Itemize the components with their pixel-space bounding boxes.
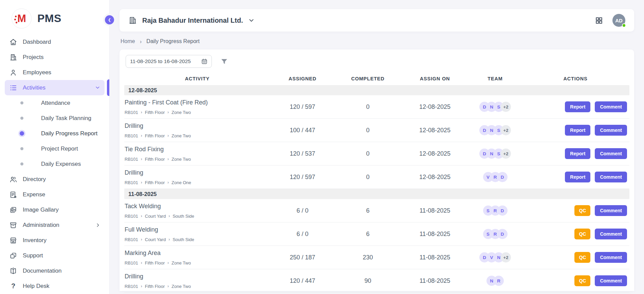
main-area: Raja Bahadur International Ltd. AD Home … — [110, 0, 644, 294]
assign-on-date: 11-08-2025 — [401, 231, 469, 238]
report-button[interactable]: Report — [565, 148, 590, 159]
team-avatar[interactable]: D — [497, 172, 508, 182]
activity-path: RB101›Court Yard›South Side — [125, 214, 270, 219]
sidebar-item-administration[interactable]: Administration — [5, 217, 105, 233]
table-body: 12-08-2025Painting - First Coat (Fire Re… — [124, 85, 629, 293]
qc-button[interactable]: QC — [574, 252, 590, 263]
sidebar-subitem-project-report[interactable]: Project Report — [5, 141, 105, 156]
chevron-right-icon: › — [168, 214, 170, 218]
qc-button[interactable]: QC — [574, 275, 590, 286]
user-avatar[interactable]: AD — [612, 14, 625, 27]
completed-value: 90 — [335, 277, 401, 285]
path-segment: Zone Two — [171, 284, 191, 289]
calendar-icon — [201, 58, 208, 65]
team-avatar[interactable]: D — [497, 205, 508, 216]
book-icon — [9, 267, 17, 275]
assign-on-date: 12-08-2025 — [401, 103, 469, 111]
chevron-right-icon: › — [167, 180, 169, 185]
path-segment: Court Yard — [145, 214, 166, 219]
breadcrumb-current: Daily Progress Report — [146, 38, 200, 44]
team-avatar[interactable]: +2 — [501, 252, 511, 262]
sidebar-subitem-daily-expenses[interactable]: Daily Expenses — [5, 156, 105, 172]
store-icon — [9, 236, 17, 244]
sidebar-subitem-daily-progress-report[interactable]: Daily Progress Report — [5, 126, 105, 141]
sidebar-subitem-label: Daily Task Planning — [41, 115, 91, 122]
sidebar-subitem-attendance[interactable]: Attendance — [5, 95, 105, 111]
activity-cell: DrillingRB101›Fifth Floor›Zone One — [124, 169, 270, 185]
activity-path: RB101›Court Yard›South Side — [125, 237, 270, 242]
sidebar-item-employees[interactable]: Employees — [5, 65, 105, 80]
report-button[interactable]: Report — [565, 125, 590, 136]
copy-icon — [9, 252, 17, 260]
team-avatars: DNS+2 — [469, 102, 521, 112]
sidebar-item-directory[interactable]: Directory — [5, 172, 105, 187]
sidebar-collapse-button[interactable]: ❮ — [103, 14, 116, 26]
sidebar-item-help-desk[interactable]: ?Help Desk — [5, 278, 105, 294]
assigned-value: 120 / 537 — [270, 150, 335, 157]
sidebar-item-dashboard[interactable]: Dashboard — [5, 34, 105, 50]
activity-title: Full Welding — [125, 226, 270, 233]
report-button[interactable]: Report — [565, 101, 590, 112]
comment-button[interactable]: Comment — [595, 229, 627, 239]
sidebar-item-expense[interactable]: Expense — [5, 187, 105, 202]
completed-value: 0 — [335, 150, 401, 157]
team-avatar[interactable]: R — [494, 276, 504, 286]
team-avatar[interactable]: +2 — [501, 102, 511, 112]
sidebar-item-label: Employees — [23, 69, 51, 76]
activity-title: Marking Area — [125, 250, 270, 257]
comment-button[interactable]: Comment — [595, 148, 627, 159]
path-segment: Zone Two — [171, 260, 191, 266]
row-actions: QCComment — [521, 275, 629, 286]
sidebar-subitem-daily-task-planning[interactable]: Daily Task Planning — [5, 111, 105, 126]
qc-button[interactable]: QC — [574, 229, 590, 239]
completed-value: 0 — [335, 174, 401, 181]
team-avatars: SRD — [469, 205, 521, 216]
sidebar-item-activities[interactable]: Activities — [5, 80, 105, 95]
team-avatars: SRD — [469, 229, 521, 239]
question-icon: ? — [9, 282, 17, 290]
comment-button[interactable]: Comment — [595, 252, 627, 263]
team-avatars: DVN+2 — [469, 252, 521, 262]
qc-button[interactable]: QC — [574, 205, 590, 216]
sidebar-item-projects[interactable]: Projects — [5, 50, 105, 65]
comment-button[interactable]: Comment — [595, 101, 627, 112]
app-title: PMS — [37, 12, 61, 25]
row-actions: ReportComment — [521, 101, 629, 112]
comment-button[interactable]: Comment — [595, 205, 627, 216]
team-avatar[interactable]: D — [497, 229, 508, 239]
path-segment: RB101 — [125, 237, 138, 242]
sidebar-item-support[interactable]: Support — [5, 248, 105, 263]
team-avatars: DNS+2 — [469, 149, 521, 159]
chevron-right-icon: › — [141, 237, 142, 242]
sidebar-item-inventory[interactable]: Inventory — [5, 233, 105, 248]
home-icon — [9, 38, 17, 46]
apps-grid-button[interactable] — [595, 17, 603, 24]
receipt-icon — [9, 191, 17, 199]
sidebar-item-label: Dashboard — [23, 39, 51, 45]
archive-icon — [9, 221, 17, 229]
comment-button[interactable]: Comment — [595, 125, 627, 136]
assigned-value: 100 / 447 — [270, 127, 335, 134]
sidebar-subitem-label: Project Report — [41, 145, 78, 152]
table-row: DrillingRB101›Fifth Floor›Zone One120 / … — [124, 165, 629, 189]
header-actions: AD — [595, 14, 625, 27]
breadcrumb-home[interactable]: Home — [121, 38, 135, 44]
table-row: DrillingRB101›Fifth Floor›Zone Two100 / … — [124, 119, 629, 142]
team-avatar[interactable]: +2 — [501, 149, 511, 159]
path-segment: Fifth Floor — [145, 133, 165, 138]
building-icon — [128, 16, 137, 25]
company-selector[interactable]: Raja Bahadur International Ltd. — [128, 16, 255, 25]
comment-button[interactable]: Comment — [595, 172, 627, 182]
sidebar-item-documentation[interactable]: Documentation — [5, 263, 105, 278]
column-header-assigned: ASSIGNED — [270, 76, 335, 81]
completed-value: 6 — [335, 231, 401, 238]
comment-button[interactable]: Comment — [595, 275, 627, 286]
sidebar-item-image-gallary[interactable]: Image Gallary — [5, 202, 105, 217]
report-button[interactable]: Report — [565, 172, 590, 182]
filter-button[interactable] — [220, 58, 228, 65]
date-range-value: 11-08-2025 to 16-08-2025 — [130, 58, 191, 64]
date-range-input[interactable]: 11-08-2025 to 16-08-2025 — [126, 55, 212, 68]
completed-value: 230 — [335, 254, 401, 261]
column-header-actions: ACTIONS — [521, 76, 629, 81]
team-avatar[interactable]: +2 — [501, 125, 511, 135]
